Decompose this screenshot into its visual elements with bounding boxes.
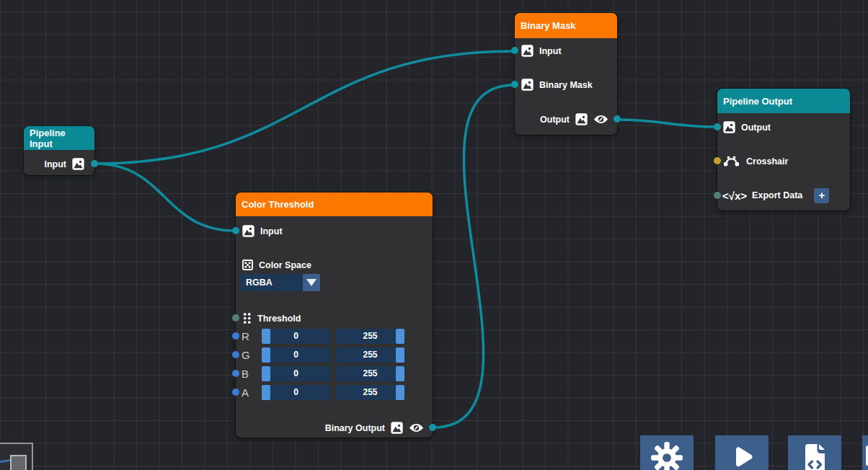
- color-space-value: RGBA: [241, 278, 303, 288]
- export-data-icon: <√x>: [722, 190, 747, 201]
- node-color-threshold-header[interactable]: Color Threshold: [236, 192, 433, 216]
- binary-mask-label: Binary Mask: [539, 80, 593, 90]
- color-threshold-input-row: Input: [242, 223, 283, 239]
- image-icon: [575, 113, 588, 125]
- node-binary-mask-header[interactable]: Binary Mask: [515, 13, 617, 38]
- crosshair-label: Crosshair: [746, 156, 788, 167]
- color-space-dropdown[interactable]: RGBA: [241, 274, 320, 291]
- color-space-label: Color Space: [259, 260, 311, 270]
- port-color-threshold-input[interactable]: [232, 227, 239, 234]
- port-pipeline-output-export[interactable]: [714, 192, 721, 199]
- color-space-row: Color Space: [242, 257, 311, 272]
- slider-handle[interactable]: [396, 366, 404, 381]
- port-pipeline-output-crosshair[interactable]: [714, 157, 721, 164]
- slider-b-max[interactable]: 255: [336, 366, 404, 381]
- node-title: Pipeline Input: [30, 128, 89, 149]
- slider-handle[interactable]: [396, 385, 404, 400]
- slider-value: 255: [363, 331, 377, 341]
- export-data-label: Export Data: [752, 190, 802, 200]
- slider-g-max[interactable]: 255: [336, 347, 404, 363]
- slider-a-min[interactable]: 0: [262, 385, 330, 400]
- node-editor-canvas[interactable]: Pipeline Input Input Binary Mask Input B…: [0, 0, 868, 470]
- binary-mask-input-row: Input: [521, 43, 562, 58]
- channel-label-r: R: [242, 330, 257, 342]
- slider-value: 0: [293, 387, 298, 397]
- eye-icon[interactable]: [593, 114, 608, 125]
- port-channel-b[interactable]: [232, 370, 239, 377]
- minimap[interactable]: [0, 443, 33, 470]
- slider-handle[interactable]: [396, 347, 404, 363]
- dropdown-arrow-button[interactable]: [303, 274, 320, 291]
- image-icon: [72, 158, 84, 170]
- slider-g-min[interactable]: 0: [262, 347, 330, 363]
- output-label: Output: [540, 115, 570, 125]
- slider-handle[interactable]: [396, 329, 404, 344]
- grid-dots-icon: [242, 312, 252, 324]
- node-pipeline-output-header[interactable]: Pipeline Output: [717, 89, 850, 113]
- port-binary-output[interactable]: [429, 424, 436, 431]
- channel-label-a: A: [242, 386, 257, 399]
- gear-icon: [650, 435, 683, 470]
- node-title: Pipeline Output: [723, 96, 792, 107]
- node-pipeline-input[interactable]: Pipeline Input Input: [24, 126, 94, 175]
- pipeline-input-output-row: Input: [24, 156, 84, 172]
- node-pipeline-output[interactable]: Pipeline Output Output Crosshair <√x> Ex…: [717, 89, 850, 210]
- settings-button[interactable]: [640, 435, 694, 470]
- node-title: Binary Mask: [521, 20, 576, 31]
- binary-mask-output-row: Output: [515, 112, 608, 127]
- slider-handle[interactable]: [262, 329, 270, 344]
- slider-value: 255: [363, 387, 377, 397]
- slider-b-min[interactable]: 0: [262, 366, 330, 381]
- slider-value: 0: [293, 350, 298, 360]
- wire-input-to-binarymask[interactable]: [95, 51, 514, 164]
- image-icon: [723, 121, 735, 133]
- port-channel-r[interactable]: [232, 332, 239, 340]
- image-icon: [521, 79, 533, 91]
- slider-handle[interactable]: [262, 366, 270, 381]
- threshold-label: Threshold: [257, 314, 301, 324]
- port-channel-a[interactable]: [232, 389, 239, 396]
- port-binary-mask-mask[interactable]: [511, 81, 518, 88]
- run-button[interactable]: [715, 435, 769, 470]
- chevron-down-icon: [306, 279, 316, 286]
- node-pipeline-input-header[interactable]: Pipeline Input: [24, 126, 94, 150]
- wire-binarymask-to-pipelineoutput[interactable]: [616, 120, 717, 127]
- port-channel-g[interactable]: [232, 351, 239, 358]
- output-label: Input: [44, 159, 66, 169]
- binary-mask-mask-row: Binary Mask: [521, 77, 593, 92]
- export-code-button[interactable]: [788, 435, 841, 470]
- slider-a-max[interactable]: 255: [336, 385, 404, 400]
- file-code-icon: [800, 435, 830, 470]
- node-binary-mask[interactable]: Binary Mask Input Binary Mask Output: [515, 13, 617, 135]
- port-binary-mask-output[interactable]: [614, 115, 621, 123]
- port-pipeline-output-output[interactable]: [714, 123, 721, 130]
- wire-binaryoutput-to-binarymask[interactable]: [433, 85, 514, 427]
- minimap-viewport[interactable]: [10, 455, 27, 470]
- slider-handle[interactable]: [262, 385, 270, 400]
- pipeline-output-output-row: Output: [723, 120, 771, 135]
- threshold-row: Threshold: [242, 311, 301, 326]
- play-icon: [726, 435, 758, 470]
- port-binary-mask-input[interactable]: [511, 47, 518, 54]
- node-color-threshold[interactable]: Color Threshold Input Color Space RGBA T…: [236, 192, 433, 438]
- checkerboard-icon: [242, 260, 253, 270]
- slider-handle[interactable]: [262, 347, 270, 363]
- channel-label-b: B: [242, 368, 257, 380]
- slider-r-max[interactable]: 255: [336, 329, 404, 344]
- binary-output-row: Binary Output: [236, 420, 424, 435]
- port-pipeline-input-output[interactable]: [91, 160, 98, 167]
- curve-crosshair-icon: [722, 155, 740, 167]
- wire-layer: [0, 0, 868, 470]
- channel-label-g: G: [242, 349, 257, 361]
- eye-icon[interactable]: [409, 422, 424, 433]
- wire-input-to-colorthreshold[interactable]: [95, 164, 235, 231]
- add-export-button[interactable]: +: [814, 188, 829, 203]
- input-label: Input: [260, 226, 283, 236]
- partial-button[interactable]: [862, 435, 868, 470]
- input-label: Input: [539, 46, 562, 56]
- pipeline-output-export-row: <√x> Export Data +: [722, 187, 829, 203]
- port-threshold[interactable]: [232, 314, 239, 322]
- binary-output-label: Binary Output: [325, 423, 385, 433]
- slider-r-min[interactable]: 0: [262, 329, 330, 344]
- slider-value: 0: [293, 368, 298, 378]
